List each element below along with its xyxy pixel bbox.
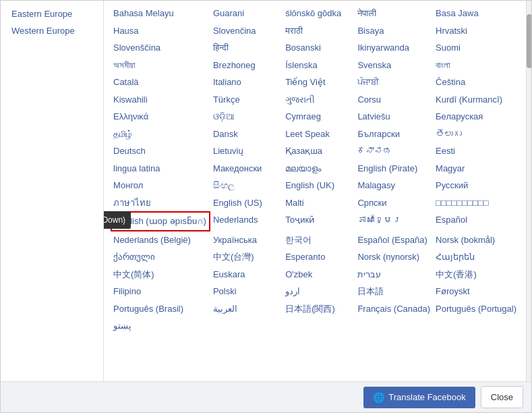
language-item[interactable]: Malagasy (355, 177, 433, 194)
language-item[interactable]: پښتو (111, 317, 210, 335)
language-item[interactable] (210, 317, 283, 335)
language-item[interactable]: English (Upside Down)English (ɯop ǝpısƃu… (111, 211, 210, 231)
language-item[interactable]: অসমীয়া (111, 57, 210, 74)
language-item[interactable]: Hrvatski (433, 22, 519, 40)
close-button[interactable]: Close (481, 386, 523, 408)
language-item[interactable]: English (Pirate) (355, 160, 433, 177)
language-item[interactable]: Guarani (210, 5, 283, 22)
language-item[interactable]: Cymraeg (283, 108, 355, 126)
language-item[interactable]: O'zbek (283, 266, 355, 283)
language-item[interactable]: Eesti (433, 142, 519, 160)
language-item[interactable]: 中文(台灣) (210, 248, 283, 266)
language-item[interactable]: Հայերեն (433, 248, 519, 266)
language-item[interactable]: Basa Jawa (433, 5, 519, 22)
language-item[interactable]: 한국어 (283, 231, 355, 249)
language-item[interactable]: Brezhoneg (210, 57, 283, 74)
language-item[interactable]: Türkçe (210, 91, 283, 109)
language-item[interactable]: Magyar (433, 160, 519, 177)
language-item[interactable]: Norsk (nynorsk) (355, 248, 433, 266)
language-item[interactable]: Svenska (355, 57, 433, 74)
language-item[interactable]: Deutsch (111, 142, 210, 160)
language-item[interactable]: lingua latina (111, 160, 210, 177)
language-item[interactable]: Français (Canada) (355, 300, 433, 318)
language-item[interactable]: Српски (355, 194, 433, 212)
language-item[interactable]: Leet Speak (283, 126, 355, 143)
language-item[interactable]: Bisaya (355, 22, 433, 40)
language-item[interactable]: Esperanto (283, 248, 355, 266)
language-item[interactable]: മലയാളം (283, 160, 355, 177)
translate-facebook-button[interactable]: 🌐 Translate Facebook (363, 387, 475, 408)
language-item[interactable]: Hausa (111, 22, 210, 40)
sidebar: Eastern Europe Western Europe (1, 1, 104, 381)
language-item[interactable]: ಕನ್ನಡ (355, 142, 433, 160)
language-item[interactable]: Íslenska (283, 57, 355, 74)
language-item[interactable]: Монгол (111, 177, 210, 194)
scrollbar-thumb[interactable] (527, 14, 531, 68)
language-item[interactable]: Українська (210, 231, 283, 249)
language-item[interactable]: 中文(简体) (111, 266, 210, 283)
language-item[interactable]: Беларуская (433, 108, 519, 126)
language-item[interactable]: □□□□□□□□□□ (433, 194, 519, 212)
language-item[interactable]: Polski (210, 283, 283, 300)
language-item[interactable]: Slovenščina (111, 39, 210, 57)
language-item[interactable]: Corsu (355, 91, 433, 109)
language-item[interactable]: Malti (283, 194, 355, 212)
language-item[interactable]: Filipino (111, 283, 210, 300)
language-item[interactable]: العربية (210, 300, 283, 318)
language-item[interactable]: தமிழ் (111, 126, 210, 143)
language-item[interactable]: Latviešu (355, 108, 433, 126)
language-item[interactable]: Русский (433, 177, 519, 194)
language-item[interactable]: עברית (355, 266, 433, 283)
language-item[interactable]: ଓଡ଼ିଆ (210, 108, 283, 126)
language-item[interactable]: ślōnskō gŏdka (283, 5, 355, 22)
language-item[interactable]: नेपाली (355, 5, 433, 22)
language-item[interactable]: Қазақша (283, 142, 355, 160)
language-item[interactable]: Español (433, 211, 519, 231)
language-item[interactable]: Dansk (210, 126, 283, 143)
language-item[interactable]: हिन्दी (210, 39, 283, 57)
language-item[interactable]: Bosanski (283, 39, 355, 57)
sidebar-item-eastern-europe[interactable]: Eastern Europe (7, 6, 96, 22)
language-item[interactable]: Suomi (433, 39, 519, 57)
language-item[interactable]: Lietuvių (210, 142, 283, 160)
language-item[interactable]: ਪੰਜਾਬੀ (355, 74, 433, 91)
language-item[interactable]: Тоҷикӣ (283, 211, 355, 231)
language-item[interactable]: 日本語(関西) (283, 300, 355, 318)
scrollbar[interactable] (526, 1, 531, 381)
language-item[interactable]: ქართული (111, 248, 210, 266)
language-item[interactable]: English (US) (210, 194, 283, 212)
language-item[interactable]: Kiswahili (111, 91, 210, 109)
language-item[interactable]: Čeština (433, 74, 519, 91)
language-item[interactable]: Ελληνικά (111, 108, 210, 126)
language-item[interactable]: සිංහල (210, 177, 283, 194)
language-item[interactable]: ગુજરાતી (283, 91, 355, 109)
language-item[interactable]: मराठी (283, 22, 355, 40)
language-item[interactable]: Norsk (bokmål) (433, 231, 519, 249)
language-item[interactable]: English (UK) (283, 177, 355, 194)
footer: 🌐 Translate Facebook Close (1, 381, 531, 412)
language-item[interactable]: Македонски (210, 160, 283, 177)
language-item[interactable]: 日本語 (355, 283, 433, 300)
language-item[interactable]: Kurdî (Kurmancî) (433, 91, 519, 109)
language-item[interactable]: ภาษาไทย (111, 194, 210, 212)
language-item[interactable]: Euskara (210, 266, 283, 283)
language-item[interactable]: Nederlands (België) (111, 231, 210, 249)
language-item[interactable]: Español (España) (355, 231, 433, 249)
language-item[interactable]: తెలుగు (433, 126, 519, 143)
language-item[interactable]: Български (355, 126, 433, 143)
language-item[interactable]: Tiếng Việt (283, 74, 355, 91)
language-item[interactable]: বাংলা (433, 57, 519, 74)
language-item[interactable]: Português (Portugal) (433, 300, 519, 318)
language-item[interactable]: Italiano (210, 74, 283, 91)
language-item[interactable]: Català (111, 74, 210, 91)
language-item[interactable]: Føroyskt (433, 283, 519, 300)
language-item[interactable]: Nederlands (210, 211, 283, 231)
language-item[interactable]: Ikinyarwanda (355, 39, 433, 57)
language-item[interactable]: Português (Brasil) (111, 300, 210, 318)
language-item[interactable]: Slovenčina (210, 22, 283, 40)
language-item[interactable]: ភាសាខ្មែរ (355, 211, 433, 231)
sidebar-item-western-europe[interactable]: Western Europe (7, 23, 96, 38)
language-item[interactable]: Bahasa Melayu (111, 5, 210, 22)
language-item[interactable]: 中文(香港) (433, 266, 519, 283)
language-item[interactable]: اردو (283, 283, 355, 300)
